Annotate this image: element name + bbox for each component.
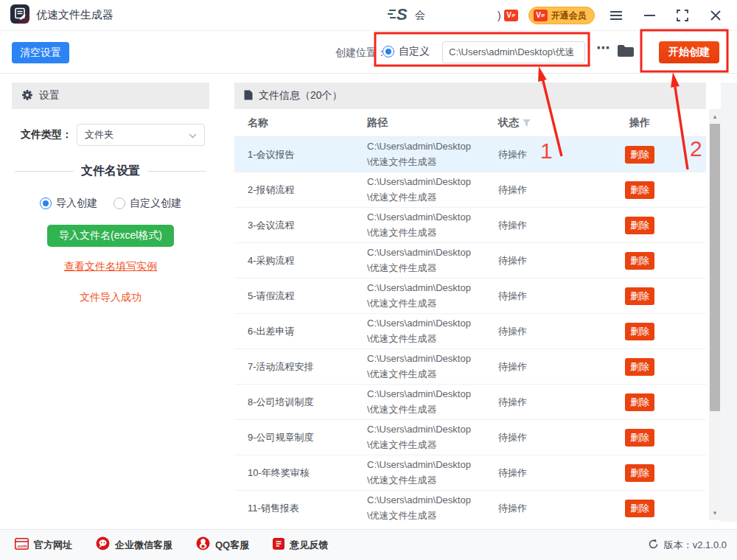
refresh-icon[interactable] [648,539,659,552]
folder-icon[interactable] [618,44,634,60]
table-row[interactable]: 1-会议报告 C:\Users\admin\Desktop\优速文件生成器 待操… [234,137,706,172]
column-name: 名称 [234,116,367,130]
minimize-icon[interactable] [643,9,656,22]
feedback-icon [273,538,284,553]
scroll-down-icon[interactable]: ▼ [709,507,721,519]
import-create-radio[interactable]: 导入创建 [40,197,97,210]
row-status: 待操作 [485,396,573,409]
delete-button[interactable]: 删除 [625,464,654,482]
row-name: 2-报销流程 [234,183,367,197]
table-row[interactable]: 10-年终奖审核 C:\Users\admin\Desktop\优速文件生成器 … [234,455,706,491]
row-path: C:\Users\admin\Desktop\优速文件生成器 [367,493,478,520]
table-body: 1-会议报告 C:\Users\admin\Desktop\优速文件生成器 待操… [234,137,706,520]
delete-button[interactable]: 删除 [625,181,654,199]
table-row[interactable]: 8-公司培训制度 C:\Users\admin\Desktop\优速文件生成器 … [234,385,706,420]
scrollbar-thumb[interactable] [710,124,720,411]
row-name: 5-请假流程 [234,290,367,303]
wechat-support-link[interactable]: 企业微信客服 [96,536,172,553]
row-name: 11-销售报表 [234,502,367,515]
version-label: 版本：v2.1.0.0 [664,539,727,552]
file-info-panel: 文件信息（20个） 名称 路径 状态 操作 1-会议报告 C:\Users\ad… [234,83,706,520]
radio-selected-icon [40,197,52,209]
custom-location-radio[interactable]: 自定义 [383,45,430,58]
open-membership-button[interactable]: VIP 开通会员 [528,7,595,24]
right-gutter [721,83,737,522]
close-icon[interactable] [709,9,722,22]
row-status: 待操作 [485,254,573,267]
scroll-up-icon[interactable]: ▲ [709,111,721,122]
start-create-button[interactable]: 开始创建 [659,41,719,63]
custom-create-radio[interactable]: 自定义创建 [113,197,181,210]
delete-button[interactable]: 删除 [625,358,654,376]
output-path-input[interactable] [442,41,585,63]
radio-unselected-icon [113,197,125,209]
row-name: 4-采购流程 [234,254,367,267]
chevron-down-icon [189,128,197,141]
official-website-link[interactable]: .com 官方网址 [15,538,72,553]
vip-badge-icon: VIP [534,10,548,21]
gear-icon [21,89,33,103]
speed-logo-icon: S [387,4,409,27]
filename-section-label: 文件名设置 [81,164,140,179]
account-text-prefix: 会 [415,9,425,22]
row-status: 待操作 [485,431,573,444]
delete-button[interactable]: 删除 [625,393,654,411]
maximize-icon[interactable] [676,9,689,22]
app-window: 优速文件生成器 S 会 ) VIP VIP 开通会员 [0,0,737,560]
delete-button[interactable]: 删除 [625,500,654,517]
table-row[interactable]: 7-活动流程安排 C:\Users\admin\Desktop\优速文件生成器 … [234,349,706,385]
document-icon [244,90,253,102]
delete-button[interactable]: 删除 [625,287,654,305]
content-area: 设置 文件类型： 文件夹 文件名设置 导入创建 [0,74,737,529]
filter-icon[interactable] [523,117,531,129]
more-options-button[interactable]: ⋯ [596,40,610,56]
column-status[interactable]: 状态 [485,116,573,130]
clear-settings-button[interactable]: 清空设置 [12,42,69,63]
create-location-label: 创建位置： [335,46,387,60]
delete-button[interactable]: 删除 [625,217,654,234]
import-status-text: 文件导入成功 [12,291,209,304]
table-row[interactable]: 9-公司规章制度 C:\Users\admin\Desktop\优速文件生成器 … [234,420,706,455]
delete-button[interactable]: 删除 [625,252,654,270]
toolbar: 清空设置 创建位置： 自定义 ⋯ 开始创建 [0,31,737,74]
table-row[interactable]: 2-报销流程 C:\Users\admin\Desktop\优速文件生成器 待操… [234,172,706,208]
table-row[interactable]: 6-出差申请 C:\Users\admin\Desktop\优速文件生成器 待操… [234,314,706,349]
row-path: C:\Users\admin\Desktop\优速文件生成器 [367,458,478,487]
row-path: C:\Users\admin\Desktop\优速文件生成器 [367,210,478,239]
row-name: 8-公司培训制度 [234,396,367,409]
import-create-label: 导入创建 [56,197,97,210]
table-row[interactable]: 11-销售报表 C:\Users\admin\Desktop\优速文件生成器 待… [234,491,706,520]
table-row[interactable]: 3-会议流程 C:\Users\admin\Desktop\优速文件生成器 待操… [234,208,706,243]
column-action: 操作 [573,116,706,130]
app-title: 优速文件生成器 [36,8,113,22]
table-row[interactable]: 5-请假流程 C:\Users\admin\Desktop\优速文件生成器 待操… [234,279,706,314]
row-path: C:\Users\admin\Desktop\优速文件生成器 [367,387,478,416]
qq-support-link[interactable]: QQ客服 [196,536,249,553]
delete-button[interactable]: 删除 [625,323,654,340]
row-status: 待操作 [485,183,573,197]
row-status: 待操作 [485,219,573,232]
import-filenames-button[interactable]: 导入文件名(excel格式) [47,225,174,247]
menu-icon[interactable] [609,9,623,22]
feedback-link[interactable]: 意见反馈 [273,538,328,553]
file-type-value: 文件夹 [85,128,113,141]
filename-section-title: 文件名设置 [15,164,206,179]
wechat-icon [96,536,110,553]
qq-icon [196,536,210,553]
table-row[interactable]: 4-采购流程 C:\Users\admin\Desktop\优速文件生成器 待操… [234,243,706,279]
file-info-header: 文件信息（20个） [234,83,706,109]
row-path: C:\Users\admin\Desktop\优速文件生成器 [367,316,478,346]
file-type-select[interactable]: 文件夹 [77,124,205,146]
table-scrollbar[interactable]: ▲ ▼ [709,109,721,520]
filename-example-link[interactable]: 查看文件名填写实例 [12,260,209,273]
custom-create-label: 自定义创建 [130,197,181,210]
settings-panel-header: 设置 [12,83,209,109]
row-status: 待操作 [485,290,573,303]
censored-area [425,8,497,23]
title-bar: 优速文件生成器 S 会 ) VIP VIP 开通会员 [0,0,737,31]
delete-button[interactable]: 删除 [625,146,654,164]
row-path: C:\Users\admin\Desktop\优速文件生成器 [367,422,478,452]
file-type-label: 文件类型： [21,128,72,141]
row-name: 1-会议报告 [234,148,367,161]
delete-button[interactable]: 删除 [625,429,654,447]
